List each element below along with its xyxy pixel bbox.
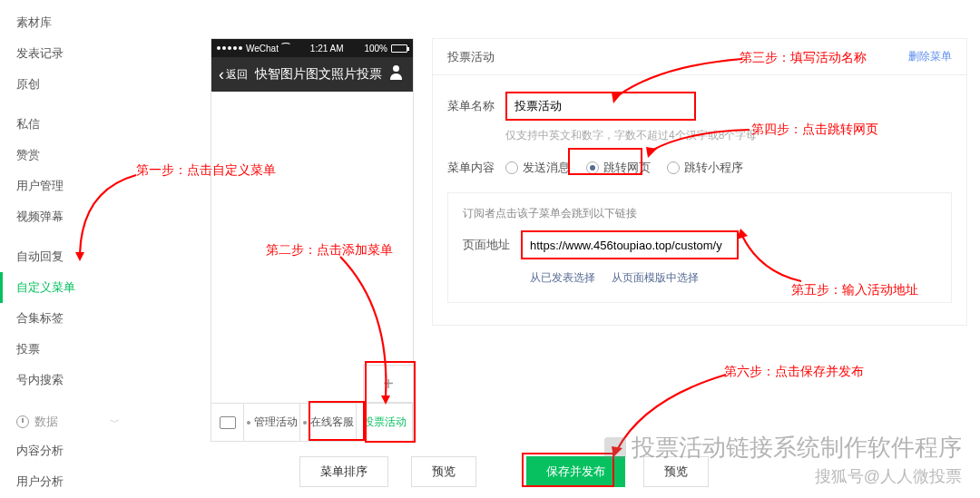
name-hint: 仅支持中英文和数字，字数不超过4个汉字或8个字母 xyxy=(505,128,952,143)
battery-pct: 100% xyxy=(364,44,387,54)
sidebar-item-content-analysis[interactable]: 内容分析 xyxy=(0,435,136,466)
phone-preview: WeChat ⁀ 1:21 AM 100% ‹ 返回 快智图片图文照片投票 + … xyxy=(211,38,414,442)
panel-header: 投票活动 删除菜单 xyxy=(433,39,966,75)
phone-menu-service[interactable]: 在线客服 xyxy=(300,404,357,441)
phone-header: ‹ 返回 快智图片图文照片投票 xyxy=(211,57,413,92)
wifi-icon: ⁀ xyxy=(282,44,289,54)
phone-bottom-bar: 管理活动 在线客服 投票活动 xyxy=(211,403,413,441)
battery-icon xyxy=(391,44,407,53)
sidebar-item-original[interactable]: 原创 xyxy=(0,69,136,100)
phone-buttons-row: 菜单排序 预览 xyxy=(299,456,476,487)
radio-send-msg[interactable]: 发送消息 xyxy=(505,160,570,176)
person-icon[interactable] xyxy=(389,65,404,80)
menu-name-input[interactable] xyxy=(505,92,696,121)
keyboard-icon xyxy=(220,416,236,429)
sidebar-item-user-mgmt[interactable]: 用户管理 xyxy=(0,171,136,201)
menu-content-label: 菜单内容 xyxy=(447,160,505,176)
menu-sort-button[interactable]: 菜单排序 xyxy=(299,456,388,487)
sidebar-item-vote[interactable]: 投票 xyxy=(0,334,136,365)
sidebar: 素材库 发表记录 原创 私信 赞赏 用户管理 视频弹幕 自动回复 自定义菜单 合… xyxy=(0,0,136,498)
phone-title: 快智图片图文照片投票 xyxy=(255,66,382,83)
config-panel: 投票活动 删除菜单 菜单名称 仅支持中英文和数字，字数不超过4个汉字或8个字母 … xyxy=(432,38,967,326)
sidebar-item-user-analysis[interactable]: 用户分析 xyxy=(0,466,136,497)
sidebar-section-data[interactable]: 数据 ﹀ xyxy=(0,405,136,435)
back-label[interactable]: 返回 xyxy=(226,67,248,83)
clock-icon xyxy=(16,415,29,428)
preview-button[interactable]: 预览 xyxy=(411,456,476,487)
phone-menu-vote[interactable]: 投票活动 xyxy=(357,404,413,441)
select-from-published[interactable]: 从已发表选择 xyxy=(530,270,595,286)
menu-name-label: 菜单名称 xyxy=(447,98,505,114)
sidebar-item-appreciation[interactable]: 赞赏 xyxy=(0,140,136,171)
sidebar-item-video-danmu[interactable]: 视频弹幕 xyxy=(0,201,136,232)
sidebar-item-custom-menu[interactable]: 自定义菜单 xyxy=(0,272,136,303)
watermark: 投票活动链接系统制作软件程序 搜狐号@人人微投票 xyxy=(604,432,962,487)
sidebar-item-publish-record[interactable]: 发表记录 xyxy=(0,38,136,69)
status-time: 1:21 AM xyxy=(310,44,344,54)
keyboard-toggle[interactable] xyxy=(211,404,244,441)
radio-jump-web[interactable]: 跳转网页 xyxy=(586,160,651,176)
radio-icon xyxy=(505,161,518,174)
sidebar-section-label: 数据 xyxy=(34,414,58,430)
link-hint: 订阅者点击该子菜单会跳到以下链接 xyxy=(463,206,936,221)
radio-jump-mini[interactable]: 跳转小程序 xyxy=(667,160,743,176)
radio-icon xyxy=(586,161,599,174)
link-config-box: 订阅者点击该子菜单会跳到以下链接 页面地址 从已发表选择 从页面模版中选择 xyxy=(447,192,952,303)
panel-title: 投票活动 xyxy=(447,49,495,65)
add-menu-slot[interactable]: + xyxy=(363,365,414,403)
sidebar-item-auto-reply[interactable]: 自动回复 xyxy=(0,241,136,272)
wechat-icon xyxy=(604,437,626,459)
delete-menu-link[interactable]: 删除菜单 xyxy=(908,49,952,64)
sidebar-item-material[interactable]: 素材库 xyxy=(0,7,136,38)
url-input[interactable] xyxy=(521,230,739,259)
phone-menu-manage[interactable]: 管理活动 xyxy=(244,404,300,441)
sidebar-item-collection-tags[interactable]: 合集标签 xyxy=(0,303,136,334)
radio-icon xyxy=(667,161,680,174)
url-label: 页面地址 xyxy=(463,237,510,253)
carrier-label: WeChat xyxy=(246,44,279,54)
plus-icon: + xyxy=(383,374,394,395)
phone-body xyxy=(211,92,413,403)
sidebar-item-private-msg[interactable]: 私信 xyxy=(0,109,136,140)
chevron-down-icon: ﹀ xyxy=(110,415,120,429)
sidebar-item-search[interactable]: 号内搜索 xyxy=(0,365,136,395)
select-from-template[interactable]: 从页面模版中选择 xyxy=(612,270,699,286)
back-icon[interactable]: ‹ xyxy=(219,65,224,84)
phone-status-bar: WeChat ⁀ 1:21 AM 100% xyxy=(211,39,413,57)
step6-label: 第六步：点击保存并发布 xyxy=(724,364,864,380)
